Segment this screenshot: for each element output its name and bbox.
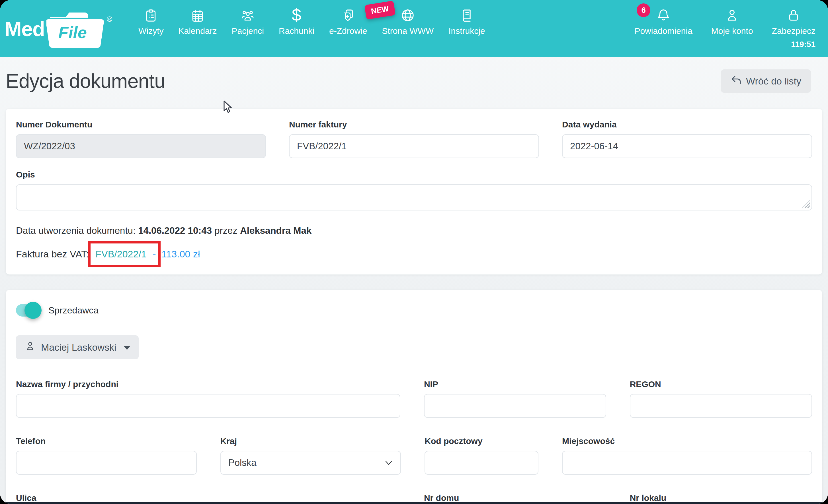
nr-domu-label: Nr domu [424, 493, 606, 503]
chevron-down-icon [124, 346, 130, 350]
opis-field: Opis [16, 170, 812, 211]
nav-item-pacjenci[interactable]: Pacjenci [232, 7, 264, 35]
page-title: Edycja dokumentu [6, 70, 165, 92]
toggle-knob [25, 302, 42, 319]
kraj-field: Kraj Polska [220, 436, 401, 475]
nav-label: Instrukcje [449, 27, 485, 35]
seller-person-name: Maciej Laskowski [41, 342, 117, 353]
kraj-select[interactable]: Polska [220, 451, 401, 475]
nazwa-firmy-field: Nazwa firmy / przychodni [16, 379, 400, 418]
opis-label: Opis [16, 170, 812, 180]
created-author: Aleksandra Mak [240, 225, 312, 236]
document-card: Numer Dokumentu Numer faktury Data wydan… [6, 109, 822, 274]
regon-field: REGON [630, 379, 812, 418]
seller-row-address: Ulica Nr domu Nr lokalu [16, 493, 812, 504]
user-icon [724, 7, 739, 23]
nav-label: Kalendarz [178, 27, 217, 35]
nip-input[interactable] [424, 394, 606, 418]
nav-label: e-Zdrowie [329, 27, 367, 35]
seller-row-company: Nazwa firmy / przychodni NIP REGON [16, 379, 812, 418]
miejscowosc-label: Miejscowość [562, 436, 812, 446]
person-icon [25, 340, 36, 354]
data-wydania-input[interactable] [562, 134, 812, 158]
medfile-logo[interactable]: Med File ® [5, 9, 112, 49]
nav-item-instrukcje[interactable]: Instrukcje [449, 7, 485, 35]
dollar-icon: $ [292, 7, 301, 23]
nav-item-wizyty[interactable]: Wizyty [138, 7, 163, 35]
nav-item-kalendarz[interactable]: Kalendarz [178, 7, 217, 35]
invoice-label: Faktura bez VAT [16, 248, 86, 260]
kod-pocztowy-input[interactable] [424, 451, 538, 475]
navbar-right: 6 Powiadomienia Moje konto [634, 0, 816, 48]
seller-card: Sprzedawca Maciej Laskowski Nazwa firmy … [6, 290, 822, 504]
nav-item-moje-konto[interactable]: Moje konto [711, 7, 753, 48]
regon-input[interactable] [630, 394, 812, 418]
notification-count-badge: 6 [637, 3, 650, 17]
nav-label: Pacjenci [232, 27, 264, 35]
book-icon [460, 7, 474, 23]
globe-icon [400, 7, 415, 23]
invoice-separator: : [86, 248, 89, 260]
data-wydania-field: Data wydania [562, 120, 812, 158]
back-button-label: Wróć do listy [746, 76, 801, 87]
registered-mark: ® [107, 15, 112, 24]
numer-faktury-label: Numer faktury [289, 120, 539, 130]
medfile-window: Med File ® Wizyty [0, 0, 828, 504]
numer-dokumentu-field: Numer Dokumentu [16, 120, 266, 158]
select-chevron-icon [384, 457, 393, 468]
back-to-list-button[interactable]: Wróć do listy [721, 70, 811, 93]
nr-domu-field: Nr domu [424, 493, 606, 504]
sprzedawca-toggle[interactable] [16, 304, 40, 317]
nav-item-rachunki[interactable]: $ Rachunki [279, 7, 314, 35]
nav-label: Zabezpiecz [772, 27, 816, 35]
session-timer: 119:51 [791, 40, 816, 48]
calendar-icon [191, 7, 205, 23]
patients-icon [240, 7, 255, 23]
nav-label: Strona WWW [382, 27, 433, 35]
created-info-line: Data utworzenia dokumentu: 14.06.2022 10… [16, 225, 812, 236]
invoice-line: Faktura bez VAT: FVB/2022/1 - 113.00 zł [16, 248, 812, 260]
nav-item-strona-www[interactable]: NEW Strona WWW [382, 7, 433, 35]
numer-faktury-field: Numer faktury [289, 120, 539, 158]
logo-med-text: Med [5, 17, 45, 41]
clipboard-icon [144, 7, 158, 23]
sprzedawca-toggle-label: Sprzedawca [48, 305, 98, 316]
seller-person-dropdown[interactable]: Maciej Laskowski [16, 335, 139, 359]
created-datetime: 14.06.2022 10:43 [138, 225, 212, 236]
numer-dokumentu-input[interactable] [16, 134, 266, 158]
created-prefix: Data utworzenia dokumentu: [16, 225, 135, 236]
seller-toggle-row: Sprzedawca [16, 304, 812, 317]
kraj-selected-value: Polska [229, 457, 256, 468]
nav-label: Moje konto [711, 27, 753, 35]
bell-icon [656, 7, 671, 23]
invoice-dash: - [153, 248, 156, 260]
nip-label: NIP [424, 379, 606, 390]
nav-label: Wizyty [138, 27, 163, 35]
nazwa-firmy-label: Nazwa firmy / przychodni [16, 379, 400, 390]
kod-pocztowy-label: Kod pocztowy [424, 436, 538, 446]
opis-textarea[interactable] [16, 184, 812, 211]
numer-faktury-input[interactable] [289, 134, 539, 158]
ehealth-icon [341, 7, 355, 23]
seller-row-contact: Telefon Kraj Polska Kod pocztowy [16, 436, 812, 475]
kraj-label: Kraj [220, 436, 401, 446]
page-header: Edycja dokumentu Wróć do listy [0, 57, 828, 93]
telefon-label: Telefon [16, 436, 197, 446]
kod-pocztowy-field: Kod pocztowy [424, 436, 538, 475]
invoice-amount-link[interactable]: 113.00 zł [161, 248, 200, 260]
numer-dokumentu-label: Numer Dokumentu [16, 120, 266, 130]
miejscowosc-input[interactable] [562, 451, 812, 475]
nav-item-powiadomienia[interactable]: 6 Powiadomienia [634, 7, 692, 48]
nav-item-zabezpiecz[interactable]: Zabezpiecz 119:51 [772, 7, 816, 48]
invoice-link[interactable]: FVB/2022/1 [95, 248, 147, 260]
folder-logo-icon: File [46, 9, 106, 49]
telefon-input[interactable] [16, 451, 197, 475]
nazwa-firmy-input[interactable] [16, 394, 400, 418]
telefon-field: Telefon [16, 436, 197, 475]
document-fields-row: Numer Dokumentu Numer faktury Data wydan… [16, 120, 812, 158]
nip-field: NIP [424, 379, 606, 418]
nr-lokalu-label: Nr lokalu [630, 493, 812, 503]
nav-item-ezdrowie[interactable]: e-Zdrowie [329, 7, 367, 35]
lock-icon [786, 7, 801, 23]
nav-label: Powiadomienia [634, 27, 692, 35]
